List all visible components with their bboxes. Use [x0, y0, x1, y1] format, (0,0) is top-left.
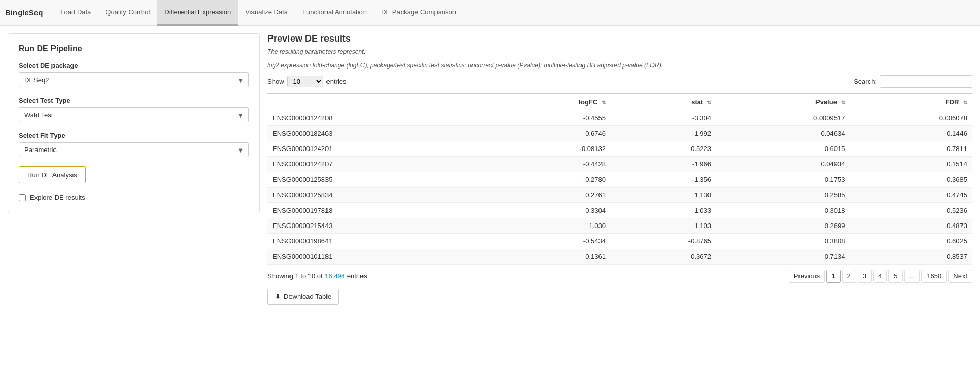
de-package-select[interactable]: DESeq2 edgeR limma: [19, 72, 249, 87]
pagination-page-...[interactable]: ...: [904, 270, 920, 283]
main-layout: Run DE Pipeline Select DE package DESeq2…: [0, 26, 980, 375]
pagination-page-2[interactable]: 2: [842, 270, 856, 283]
de-package-label: Select DE package: [19, 62, 249, 69]
col-fdr[interactable]: FDR ⇅: [850, 93, 973, 110]
cell-gene: ENSG00000197818: [267, 203, 492, 218]
cell-stat: 1.130: [611, 188, 716, 203]
left-panel: Run DE Pipeline Select DE package DESeq2…: [8, 33, 260, 212]
pagination: Previous12345...1650Next: [789, 270, 972, 283]
cell-fdr: 0.3685: [850, 172, 973, 188]
table-row: ENSG00000124207 -0.4428 -1.966 0.04934 0…: [267, 157, 972, 172]
nav-item-visualize-data[interactable]: Visualize Data: [238, 0, 295, 26]
table-controls: Show 10 25 50 100 entries Search:: [267, 75, 972, 88]
search-input[interactable]: [880, 75, 972, 88]
col-logfc[interactable]: logFC ⇅: [492, 93, 611, 110]
nav-item-load-data[interactable]: Load Data: [53, 0, 98, 26]
cell-stat: 1.033: [611, 203, 716, 218]
de-table-body: ENSG00000124208 -0.4555 -3.304 0.0009517…: [267, 110, 972, 265]
fit-type-label: Select Fit Type: [19, 132, 249, 139]
show-label: Show: [267, 78, 284, 85]
fit-type-select-wrapper: Parametric Local Mean ▼: [19, 142, 249, 157]
nav-item-de-package-comparison[interactable]: DE Package Comparison: [374, 0, 463, 26]
cell-logfc: -0.4428: [492, 157, 611, 172]
cell-fdr: 0.5236: [850, 203, 973, 218]
download-table-button[interactable]: ⬇ Download Table: [267, 289, 339, 305]
cell-pvalue: 0.04934: [716, 157, 850, 172]
cell-fdr: 0.7811: [850, 141, 973, 157]
cell-logfc: 0.1361: [492, 249, 611, 265]
fit-type-select[interactable]: Parametric Local Mean: [19, 142, 249, 157]
explore-de-results-checkbox[interactable]: [19, 194, 26, 201]
cell-stat: -1.966: [611, 157, 716, 172]
search-group: Search:: [854, 75, 972, 88]
total-entries-link[interactable]: 16,494: [324, 272, 345, 280]
cell-stat: -0.8765: [611, 234, 716, 249]
show-entries-group: Show 10 25 50 100 entries: [267, 76, 347, 87]
cell-gene: ENSG00000124207: [267, 157, 492, 172]
cell-fdr: 0.1446: [850, 126, 973, 141]
cell-fdr: 0.4873: [850, 218, 973, 234]
pagination-page-5[interactable]: 5: [888, 270, 902, 283]
col-pvalue[interactable]: Pvalue ⇅: [716, 93, 850, 110]
table-header-row: logFC ⇅ stat ⇅ Pvalue ⇅ FDR ⇅: [267, 93, 972, 110]
cell-gene: ENSG00000198641: [267, 234, 492, 249]
entries-label: entries: [326, 78, 347, 85]
showing-text: Showing 1 to 10 of 16,494 entries: [267, 272, 367, 280]
run-de-analysis-button[interactable]: Run DE Analysis: [19, 166, 86, 183]
cell-pvalue: 0.1753: [716, 172, 850, 188]
cell-pvalue: 0.2585: [716, 188, 850, 203]
pvalue-sort-icon: ⇅: [841, 100, 845, 105]
explore-de-results-label: Explore DE results: [30, 194, 85, 201]
cell-gene: ENSG00000125834: [267, 188, 492, 203]
nav-item-differential-expression[interactable]: Differential Expression: [157, 0, 238, 26]
fdr-sort-icon: ⇅: [963, 100, 967, 105]
cell-stat: 1.103: [611, 218, 716, 234]
table-footer: Showing 1 to 10 of 16,494 entries Previo…: [267, 270, 972, 283]
table-row: ENSG00000125834 0.2761 1.130 0.2585 0.47…: [267, 188, 972, 203]
test-type-select-wrapper: Wald Test LRT ▼: [19, 107, 249, 122]
cell-logfc: -0.2780: [492, 172, 611, 188]
pagination-prev[interactable]: Previous: [789, 270, 825, 283]
cell-fdr: 0.4745: [850, 188, 973, 203]
col-stat[interactable]: stat ⇅: [611, 93, 716, 110]
pagination-next[interactable]: Next: [948, 270, 972, 283]
de-package-group: Select DE package DESeq2 edgeR limma ▼: [19, 62, 249, 87]
cell-logfc: -0.5434: [492, 234, 611, 249]
nav-item-functional-annotation[interactable]: Functional Annotation: [295, 0, 374, 26]
test-type-select[interactable]: Wald Test LRT: [19, 107, 249, 122]
cell-pvalue: 0.6015: [716, 141, 850, 157]
de-package-select-wrapper: DESeq2 edgeR limma ▼: [19, 72, 249, 87]
cell-gene: ENSG00000101181: [267, 249, 492, 265]
cell-gene: ENSG00000124201: [267, 141, 492, 157]
cell-pvalue: 0.3808: [716, 234, 850, 249]
cell-logfc: 0.6746: [492, 126, 611, 141]
download-label: Download Table: [284, 293, 331, 301]
show-entries-select[interactable]: 10 25 50 100: [287, 76, 323, 87]
pagination-page-3[interactable]: 3: [858, 270, 872, 283]
cell-stat: 0.3672: [611, 249, 716, 265]
cell-pvalue: 0.2699: [716, 218, 850, 234]
cell-pvalue: 0.0009517: [716, 110, 850, 126]
preview-title: Preview DE results: [267, 33, 972, 44]
table-row: ENSG00000198641 -0.5434 -0.8765 0.3808 0…: [267, 234, 972, 249]
table-row: ENSG00000124201 -0.08132 -0.5223 0.6015 …: [267, 141, 972, 157]
cell-gene: ENSG00000182463: [267, 126, 492, 141]
nav-item-quality-control[interactable]: Quality Control: [98, 0, 157, 26]
app-brand: BingleSeq: [5, 8, 43, 17]
cell-pvalue: 0.7134: [716, 249, 850, 265]
pagination-page-4[interactable]: 4: [873, 270, 887, 283]
table-row: ENSG00000215443 1.030 1.103 0.2699 0.487…: [267, 218, 972, 234]
preview-desc-2: log2 expression fold-change (logFC); pac…: [267, 62, 972, 69]
cell-pvalue: 0.04634: [716, 126, 850, 141]
cell-logfc: -0.08132: [492, 141, 611, 157]
pagination-page-1650[interactable]: 1650: [921, 270, 947, 283]
download-icon: ⬇: [275, 293, 281, 301]
table-row: ENSG00000101181 0.1361 0.3672 0.7134 0.8…: [267, 249, 972, 265]
cell-stat: 1.992: [611, 126, 716, 141]
panel-title: Run DE Pipeline: [19, 44, 249, 53]
navbar: BingleSeq Load DataQuality ControlDiffer…: [0, 0, 980, 26]
test-type-group: Select Test Type Wald Test LRT ▼: [19, 97, 249, 122]
stat-sort-icon: ⇅: [707, 100, 711, 105]
cell-fdr: 0.1514: [850, 157, 973, 172]
pagination-page-1[interactable]: 1: [826, 270, 840, 283]
